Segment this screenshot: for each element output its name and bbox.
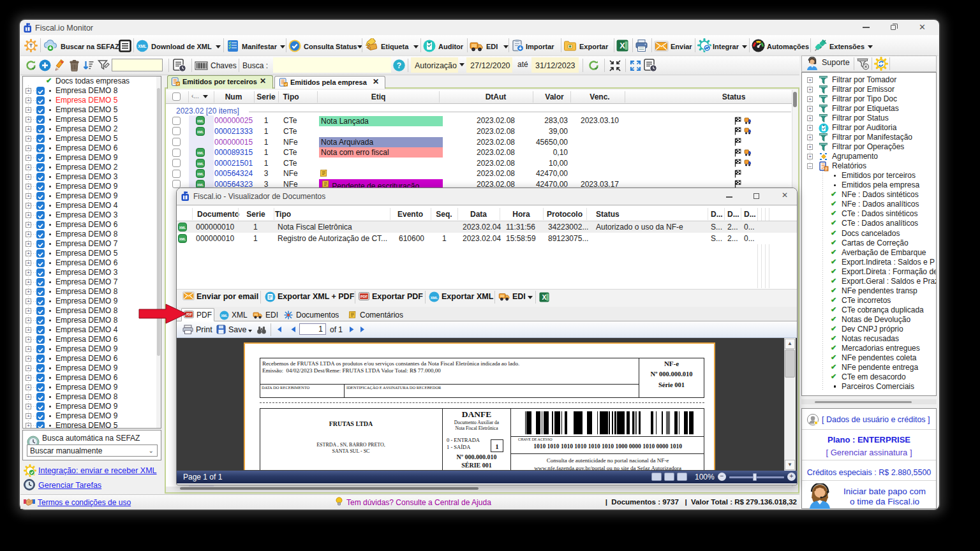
svg-text:X: X bbox=[620, 41, 625, 50]
svg-text:PDF: PDF bbox=[360, 295, 368, 298]
svg-text:?: ? bbox=[397, 61, 401, 70]
svg-text:XML: XML bbox=[138, 44, 147, 48]
svg-text:XML: XML bbox=[431, 296, 438, 300]
svg-text:X: X bbox=[542, 293, 546, 301]
svg-text:XML: XML bbox=[221, 314, 227, 318]
